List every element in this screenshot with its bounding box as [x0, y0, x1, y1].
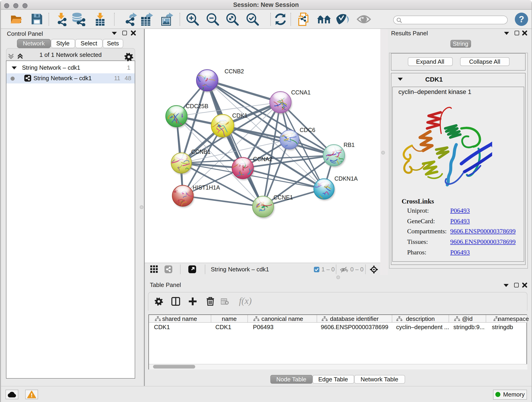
svg-text:CDK1: CDK1 — [232, 112, 247, 119]
svg-text:CCNB2: CCNB2 — [224, 68, 244, 74]
svg-text:CCNA1: CCNA1 — [291, 89, 310, 95]
svg-text:RB1: RB1 — [343, 141, 355, 148]
svg-text:HIST1H1A: HIST1H1A — [192, 184, 220, 191]
svg-text:CCNE1: CCNE1 — [273, 194, 293, 200]
svg-text:CDKN1A: CDKN1A — [334, 175, 358, 182]
svg-text:?: ? — [519, 14, 524, 24]
svg-text:CCNA2: CCNA2 — [253, 156, 272, 162]
svg-text:CDC6: CDC6 — [299, 127, 315, 133]
svg-text:CDC25B: CDC25B — [186, 103, 208, 109]
svg-text:CCNB1: CCNB1 — [191, 148, 210, 155]
